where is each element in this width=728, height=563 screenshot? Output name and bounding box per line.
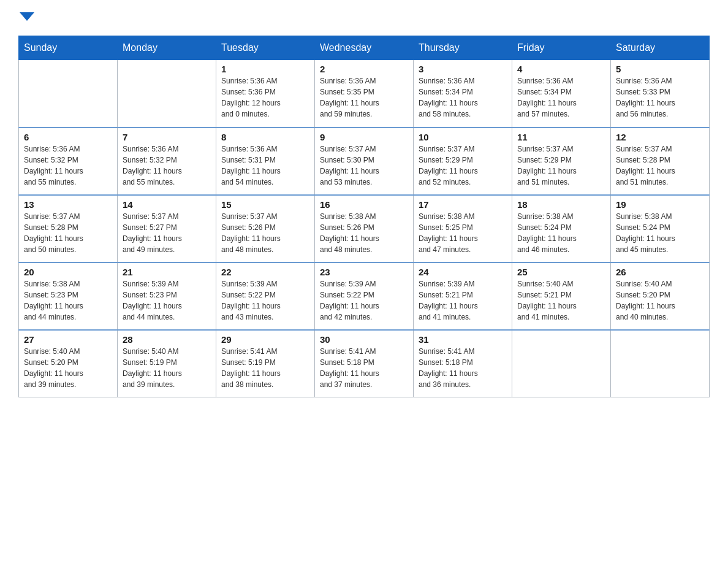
day-info: Sunrise: 5:41 AMSunset: 5:18 PMDaylight:… — [419, 346, 507, 390]
day-number: 2 — [320, 64, 408, 74]
day-number: 25 — [517, 267, 605, 277]
day-number: 19 — [616, 199, 704, 210]
day-info: Sunrise: 5:38 AMSunset: 5:23 PMDaylight:… — [24, 278, 112, 323]
calendar-cell: 1Sunrise: 5:36 AMSunset: 5:36 PMDaylight… — [216, 60, 315, 128]
calendar-cell: 20Sunrise: 5:38 AMSunset: 5:23 PMDayligh… — [19, 262, 118, 330]
calendar-cell: 26Sunrise: 5:40 AMSunset: 5:20 PMDayligh… — [611, 262, 710, 330]
day-header-friday: Friday — [512, 36, 611, 60]
calendar-cell: 10Sunrise: 5:37 AMSunset: 5:29 PMDayligh… — [414, 128, 512, 195]
day-info: Sunrise: 5:36 AMSunset: 5:33 PMDaylight:… — [616, 75, 704, 120]
page-header — [18, 12, 710, 23]
day-number: 22 — [221, 267, 309, 277]
day-header-thursday: Thursday — [414, 36, 512, 60]
day-info: Sunrise: 5:36 AMSunset: 5:35 PMDaylight:… — [320, 75, 408, 120]
day-number: 14 — [123, 199, 211, 210]
day-info: Sunrise: 5:39 AMSunset: 5:22 PMDaylight:… — [221, 278, 309, 323]
day-number: 3 — [419, 64, 507, 74]
day-number: 24 — [419, 267, 507, 277]
day-info: Sunrise: 5:38 AMSunset: 5:24 PMDaylight:… — [616, 211, 704, 255]
calendar-cell: 16Sunrise: 5:38 AMSunset: 5:26 PMDayligh… — [315, 195, 414, 262]
day-number: 15 — [221, 199, 309, 210]
calendar-cell: 12Sunrise: 5:37 AMSunset: 5:28 PMDayligh… — [611, 128, 710, 195]
day-number: 5 — [616, 64, 704, 74]
day-number: 27 — [24, 334, 112, 345]
day-info: Sunrise: 5:37 AMSunset: 5:27 PMDaylight:… — [123, 211, 211, 255]
calendar-cell: 22Sunrise: 5:39 AMSunset: 5:22 PMDayligh… — [216, 262, 315, 330]
calendar-cell: 25Sunrise: 5:40 AMSunset: 5:21 PMDayligh… — [512, 262, 611, 330]
day-info: Sunrise: 5:37 AMSunset: 5:28 PMDaylight:… — [24, 211, 112, 255]
day-info: Sunrise: 5:40 AMSunset: 5:20 PMDaylight:… — [24, 346, 112, 390]
calendar-cell: 11Sunrise: 5:37 AMSunset: 5:29 PMDayligh… — [512, 128, 611, 195]
day-number: 9 — [320, 132, 408, 142]
day-info: Sunrise: 5:36 AMSunset: 5:32 PMDaylight:… — [123, 144, 211, 188]
day-info: Sunrise: 5:40 AMSunset: 5:20 PMDaylight:… — [616, 278, 704, 323]
logo — [18, 12, 34, 23]
calendar-cell: 7Sunrise: 5:36 AMSunset: 5:32 PMDaylight… — [118, 128, 216, 195]
day-header-monday: Monday — [118, 36, 216, 60]
calendar-cell: 30Sunrise: 5:41 AMSunset: 5:18 PMDayligh… — [315, 330, 414, 397]
day-info: Sunrise: 5:38 AMSunset: 5:24 PMDaylight:… — [517, 211, 605, 255]
day-info: Sunrise: 5:39 AMSunset: 5:22 PMDaylight:… — [320, 278, 408, 323]
calendar-cell — [118, 60, 216, 128]
day-header-tuesday: Tuesday — [216, 36, 315, 60]
calendar-week-2: 6Sunrise: 5:36 AMSunset: 5:32 PMDaylight… — [19, 128, 710, 195]
calendar-cell — [512, 330, 611, 397]
calendar-cell: 6Sunrise: 5:36 AMSunset: 5:32 PMDaylight… — [19, 128, 118, 195]
calendar-week-5: 27Sunrise: 5:40 AMSunset: 5:20 PMDayligh… — [19, 330, 710, 397]
day-info: Sunrise: 5:36 AMSunset: 5:34 PMDaylight:… — [517, 75, 605, 120]
day-number: 29 — [221, 334, 309, 345]
day-header-saturday: Saturday — [611, 36, 710, 60]
day-info: Sunrise: 5:39 AMSunset: 5:23 PMDaylight:… — [123, 278, 211, 323]
calendar-cell: 2Sunrise: 5:36 AMSunset: 5:35 PMDaylight… — [315, 60, 414, 128]
day-number: 12 — [616, 132, 704, 142]
calendar-cell: 19Sunrise: 5:38 AMSunset: 5:24 PMDayligh… — [611, 195, 710, 262]
day-number: 31 — [419, 334, 507, 345]
day-number: 23 — [320, 267, 408, 277]
calendar-header-row: SundayMondayTuesdayWednesdayThursdayFrid… — [19, 36, 710, 60]
day-number: 18 — [517, 199, 605, 210]
calendar-cell: 21Sunrise: 5:39 AMSunset: 5:23 PMDayligh… — [118, 262, 216, 330]
logo-triangle-icon — [20, 12, 34, 21]
day-number: 21 — [123, 267, 211, 277]
day-header-wednesday: Wednesday — [315, 36, 414, 60]
calendar-cell: 18Sunrise: 5:38 AMSunset: 5:24 PMDayligh… — [512, 195, 611, 262]
day-info: Sunrise: 5:37 AMSunset: 5:29 PMDaylight:… — [419, 144, 507, 188]
day-info: Sunrise: 5:36 AMSunset: 5:34 PMDaylight:… — [419, 75, 507, 120]
day-info: Sunrise: 5:38 AMSunset: 5:26 PMDaylight:… — [320, 211, 408, 255]
calendar-cell: 9Sunrise: 5:37 AMSunset: 5:30 PMDaylight… — [315, 128, 414, 195]
calendar-cell: 28Sunrise: 5:40 AMSunset: 5:19 PMDayligh… — [118, 330, 216, 397]
day-info: Sunrise: 5:37 AMSunset: 5:30 PMDaylight:… — [320, 144, 408, 188]
day-number: 4 — [517, 64, 605, 74]
calendar-week-1: 1Sunrise: 5:36 AMSunset: 5:36 PMDaylight… — [19, 60, 710, 128]
day-header-sunday: Sunday — [19, 36, 118, 60]
calendar-cell: 24Sunrise: 5:39 AMSunset: 5:21 PMDayligh… — [414, 262, 512, 330]
calendar-cell: 3Sunrise: 5:36 AMSunset: 5:34 PMDaylight… — [414, 60, 512, 128]
day-number: 8 — [221, 132, 309, 142]
day-info: Sunrise: 5:41 AMSunset: 5:18 PMDaylight:… — [320, 346, 408, 390]
calendar-cell: 29Sunrise: 5:41 AMSunset: 5:19 PMDayligh… — [216, 330, 315, 397]
calendar-table: SundayMondayTuesdayWednesdayThursdayFrid… — [18, 36, 710, 397]
day-number: 16 — [320, 199, 408, 210]
calendar-cell: 15Sunrise: 5:37 AMSunset: 5:26 PMDayligh… — [216, 195, 315, 262]
day-number: 28 — [123, 334, 211, 345]
calendar-cell — [19, 60, 118, 128]
calendar-cell: 23Sunrise: 5:39 AMSunset: 5:22 PMDayligh… — [315, 262, 414, 330]
calendar-cell: 13Sunrise: 5:37 AMSunset: 5:28 PMDayligh… — [19, 195, 118, 262]
day-info: Sunrise: 5:39 AMSunset: 5:21 PMDaylight:… — [419, 278, 507, 323]
day-info: Sunrise: 5:36 AMSunset: 5:36 PMDaylight:… — [221, 75, 309, 120]
day-number: 1 — [221, 64, 309, 74]
day-info: Sunrise: 5:37 AMSunset: 5:26 PMDaylight:… — [221, 211, 309, 255]
day-number: 11 — [517, 132, 605, 142]
day-info: Sunrise: 5:38 AMSunset: 5:25 PMDaylight:… — [419, 211, 507, 255]
day-number: 10 — [419, 132, 507, 142]
calendar-week-4: 20Sunrise: 5:38 AMSunset: 5:23 PMDayligh… — [19, 262, 710, 330]
calendar-cell — [611, 330, 710, 397]
day-number: 17 — [419, 199, 507, 210]
calendar-cell: 4Sunrise: 5:36 AMSunset: 5:34 PMDaylight… — [512, 60, 611, 128]
calendar-cell: 5Sunrise: 5:36 AMSunset: 5:33 PMDaylight… — [611, 60, 710, 128]
day-info: Sunrise: 5:36 AMSunset: 5:31 PMDaylight:… — [221, 144, 309, 188]
day-info: Sunrise: 5:40 AMSunset: 5:21 PMDaylight:… — [517, 278, 605, 323]
day-number: 20 — [24, 267, 112, 277]
day-info: Sunrise: 5:40 AMSunset: 5:19 PMDaylight:… — [123, 346, 211, 390]
day-number: 6 — [24, 132, 112, 142]
